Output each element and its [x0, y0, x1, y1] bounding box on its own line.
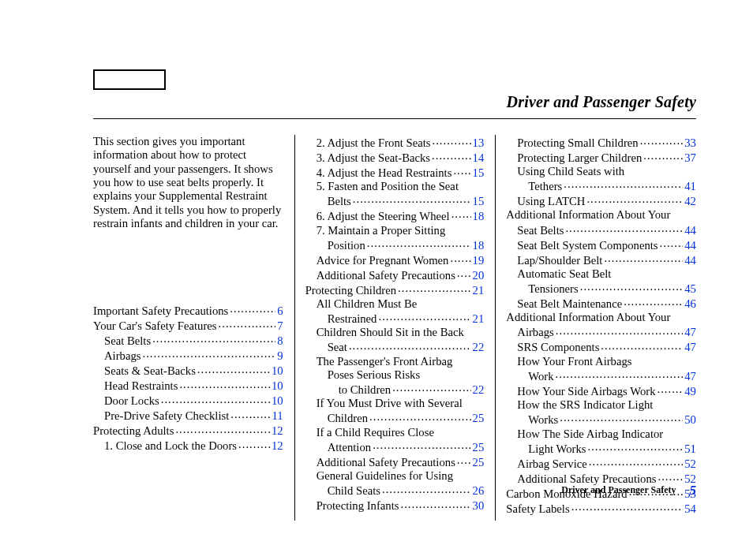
- toc-entry: Automatic Seat Belt: [506, 267, 696, 281]
- toc-label: If a Child Requires Close: [317, 426, 434, 439]
- toc-page-link[interactable]: 22: [473, 383, 485, 397]
- toc-page-link[interactable]: 10: [272, 394, 283, 408]
- toc-leaders: [197, 364, 270, 375]
- toc-page-link[interactable]: 19: [473, 254, 485, 267]
- toc-label: Seat Belts: [517, 224, 564, 237]
- toc-page-link[interactable]: 44: [684, 239, 696, 252]
- toc-entry: Light Works51: [506, 441, 696, 456]
- toc-page-link[interactable]: 9: [277, 349, 283, 363]
- toc-entry: If a Child Requires Close: [305, 426, 485, 439]
- toc-leaders: [604, 252, 683, 264]
- toc-entry: 7. Maintain a Proper Sitting: [305, 224, 485, 237]
- toc-page-link[interactable]: 7: [277, 319, 283, 333]
- toc-entry: How Your Front Airbags: [506, 355, 696, 368]
- toc-label: Additional Information About Your: [506, 311, 670, 324]
- toc-entry: 4. Adjust the Head Restraints15: [305, 165, 485, 180]
- toc-page-link[interactable]: 46: [684, 297, 696, 311]
- toc-page-link[interactable]: 47: [684, 370, 696, 383]
- toc-label: Additional Information About Your: [506, 208, 670, 222]
- toc-page-link[interactable]: 6: [277, 304, 283, 318]
- toc-page-link[interactable]: 25: [473, 441, 485, 454]
- toc-entry: Important Safety Precautions6: [93, 303, 283, 318]
- toc-page-link[interactable]: 13: [473, 136, 485, 150]
- toc-page-link[interactable]: 42: [684, 195, 696, 208]
- toc-page-link[interactable]: 52: [684, 457, 696, 471]
- toc-entry: Seat22: [305, 340, 485, 355]
- toc-entry: Tethers41: [506, 178, 696, 193]
- toc-entry: Works50: [506, 412, 696, 427]
- toc-entry: Seats & Seat-Backs10: [93, 364, 283, 379]
- toc-page-link[interactable]: 8: [277, 334, 283, 348]
- toc-entry: Advice for Pregnant Women19: [305, 252, 485, 267]
- toc-page-link[interactable]: 51: [684, 442, 696, 456]
- toc-entry: All Children Must Be: [305, 297, 485, 311]
- toc-page-link[interactable]: 25: [473, 456, 485, 469]
- toc-page-link[interactable]: 10: [272, 379, 283, 393]
- toc-page-link[interactable]: 33: [684, 136, 696, 150]
- toc-page-link[interactable]: 49: [684, 385, 696, 398]
- section-title: Driver and Passenger Safety: [507, 93, 696, 111]
- toc-page-link[interactable]: 37: [684, 151, 696, 165]
- toc-page-link[interactable]: 47: [684, 326, 696, 339]
- footer-section-label: Driver and Passenger Safety: [561, 484, 676, 495]
- toc-label: 2. Adjust the Front Seats: [317, 136, 431, 150]
- toc-label: Position: [328, 239, 365, 252]
- intro-paragraph: This section gives you important informa…: [93, 135, 283, 230]
- toc-page-link[interactable]: 15: [473, 195, 485, 208]
- toc-page-link[interactable]: 21: [473, 284, 485, 297]
- toc-entry: Additional Information About Your: [506, 208, 696, 222]
- toc-entry: Airbags47: [506, 325, 696, 340]
- toc-label: How Your Front Airbags: [517, 355, 631, 368]
- toc-page-link[interactable]: 26: [473, 484, 485, 498]
- toc-page-link[interactable]: 15: [473, 166, 485, 180]
- toc-list: 2. Adjust the Front Seats133. Adjust the…: [305, 135, 485, 513]
- toc-label: Protecting Small Children: [517, 136, 638, 150]
- toc-page-link[interactable]: 11: [272, 409, 283, 423]
- toc-leaders: [457, 267, 471, 279]
- toc-page-link[interactable]: 41: [684, 180, 696, 193]
- toc-label: The Passenger's Front Airbag: [317, 355, 453, 368]
- toc-entry: Work47: [506, 368, 696, 383]
- toc-page-link[interactable]: 25: [473, 412, 485, 425]
- toc-label: Protecting Larger Children: [517, 151, 642, 165]
- toc-page-link[interactable]: 22: [473, 341, 485, 354]
- toc-leaders: [556, 368, 684, 380]
- toc-label: SRS Components: [517, 341, 599, 354]
- toc-page-link[interactable]: 45: [684, 282, 696, 296]
- toc-leaders: [349, 340, 471, 352]
- toc-page-link[interactable]: 18: [473, 210, 485, 223]
- toc-page-link[interactable]: 12: [272, 439, 283, 453]
- toc-leaders: [457, 454, 471, 466]
- toc-page-link[interactable]: 14: [473, 151, 485, 165]
- toc-page-link[interactable]: 21: [473, 312, 485, 326]
- toc-page-link[interactable]: 20: [473, 269, 485, 282]
- toc-entry: Using Child Seats with: [506, 165, 696, 178]
- toc-page-link[interactable]: 12: [272, 424, 283, 438]
- toc-label: 7. Maintain a Proper Sitting: [317, 224, 446, 237]
- toc-page-link[interactable]: 30: [473, 499, 485, 513]
- toc-page-link[interactable]: 47: [684, 341, 696, 354]
- toc-label: Protecting Adults: [93, 424, 174, 438]
- toc-entry: 6. Adjust the Steering Wheel18: [305, 208, 485, 223]
- toc-leaders: [580, 281, 684, 293]
- toc-entry: Head Restraints10: [93, 379, 283, 394]
- toc-leaders: [398, 282, 471, 294]
- toc-page-link[interactable]: 50: [684, 413, 696, 427]
- toc-entry: How The Side Airbag Indicator: [506, 427, 696, 441]
- toc-entry: Protecting Small Children33: [506, 135, 696, 150]
- toc-list: Protecting Small Children33Protecting La…: [506, 135, 696, 516]
- toc-entry: Protecting Infants30: [305, 498, 485, 513]
- toc-label: Airbags: [517, 326, 554, 339]
- toc-page-link[interactable]: 44: [684, 254, 696, 267]
- toc-label: Child Seats: [328, 484, 380, 498]
- toc-page-link[interactable]: 18: [473, 239, 485, 252]
- toc-leaders: [589, 456, 683, 468]
- toc-leaders: [353, 193, 471, 205]
- toc-leaders: [369, 411, 471, 423]
- toc-page-link[interactable]: 54: [684, 502, 696, 516]
- toc-page-link[interactable]: 10: [272, 364, 283, 378]
- toc-page-link[interactable]: 44: [684, 224, 696, 237]
- toc-label: 1. Close and Lock the Doors: [104, 439, 237, 453]
- toc-entry: How Your Side Airbags Work49: [506, 383, 696, 398]
- toc-leaders: [657, 383, 684, 395]
